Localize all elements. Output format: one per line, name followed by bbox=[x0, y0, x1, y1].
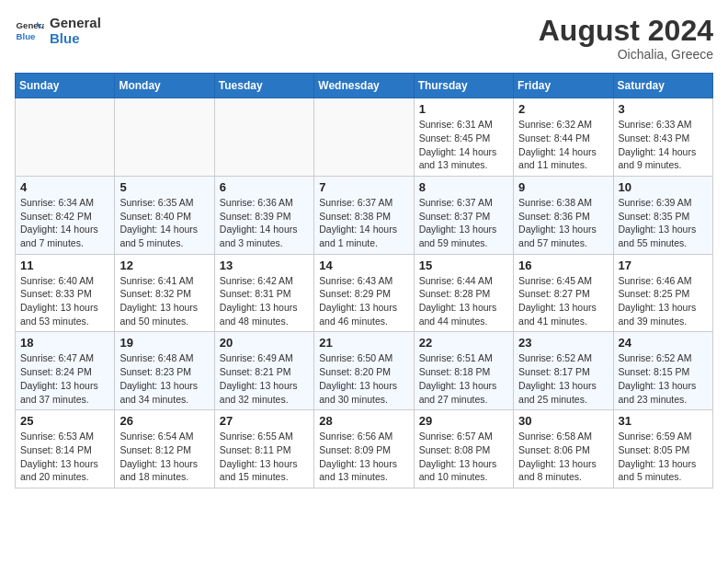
day-info: Sunrise: 6:36 AM Sunset: 8:39 PM Dayligh… bbox=[220, 196, 309, 250]
day-number: 8 bbox=[419, 180, 508, 194]
svg-text:Blue: Blue bbox=[17, 31, 36, 41]
day-cell bbox=[115, 98, 214, 177]
page-header: General Blue General Blue August 2024 Oi… bbox=[15, 15, 713, 62]
day-cell: 23Sunrise: 6:52 AM Sunset: 8:17 PM Dayli… bbox=[514, 332, 613, 410]
week-row-4: 18Sunrise: 6:47 AM Sunset: 8:24 PM Dayli… bbox=[16, 332, 713, 410]
day-cell: 11Sunrise: 6:40 AM Sunset: 8:33 PM Dayli… bbox=[16, 254, 115, 332]
title-block: August 2024 Oichalia, Greece bbox=[539, 15, 713, 62]
day-number: 16 bbox=[518, 259, 608, 272]
week-row-1: 1Sunrise: 6:31 AM Sunset: 8:45 PM Daylig… bbox=[16, 98, 713, 177]
day-info: Sunrise: 6:39 AM Sunset: 8:35 PM Dayligh… bbox=[619, 196, 708, 250]
calendar-table: SundayMondayTuesdayWednesdayThursdayFrid… bbox=[15, 73, 713, 488]
day-number: 30 bbox=[518, 414, 608, 428]
header-sunday: Sunday bbox=[16, 74, 115, 98]
day-cell: 2Sunrise: 6:32 AM Sunset: 8:44 PM Daylig… bbox=[514, 98, 613, 177]
day-cell: 15Sunrise: 6:44 AM Sunset: 8:28 PM Dayli… bbox=[414, 254, 513, 332]
day-cell: 16Sunrise: 6:45 AM Sunset: 8:27 PM Dayli… bbox=[514, 254, 613, 332]
day-cell: 17Sunrise: 6:46 AM Sunset: 8:25 PM Dayli… bbox=[613, 254, 712, 332]
day-number: 17 bbox=[619, 259, 708, 272]
header-friday: Friday bbox=[514, 74, 613, 98]
day-cell: 25Sunrise: 6:53 AM Sunset: 8:14 PM Dayli… bbox=[16, 410, 115, 488]
day-number: 2 bbox=[518, 102, 608, 116]
day-cell: 12Sunrise: 6:41 AM Sunset: 8:32 PM Dayli… bbox=[115, 254, 214, 332]
day-number: 14 bbox=[319, 259, 408, 272]
day-number: 7 bbox=[319, 180, 408, 194]
day-number: 25 bbox=[20, 414, 109, 428]
day-cell bbox=[314, 98, 414, 177]
day-cell: 29Sunrise: 6:57 AM Sunset: 8:08 PM Dayli… bbox=[414, 410, 513, 488]
header-tuesday: Tuesday bbox=[214, 74, 313, 98]
day-cell: 1Sunrise: 6:31 AM Sunset: 8:45 PM Daylig… bbox=[414, 98, 513, 177]
day-cell: 24Sunrise: 6:52 AM Sunset: 8:15 PM Dayli… bbox=[613, 332, 712, 410]
logo-blue: Blue bbox=[50, 30, 101, 46]
day-number: 18 bbox=[20, 336, 109, 350]
day-info: Sunrise: 6:57 AM Sunset: 8:08 PM Dayligh… bbox=[419, 430, 508, 484]
day-info: Sunrise: 6:53 AM Sunset: 8:14 PM Dayligh… bbox=[20, 430, 109, 484]
week-row-3: 11Sunrise: 6:40 AM Sunset: 8:33 PM Dayli… bbox=[16, 254, 713, 332]
day-info: Sunrise: 6:48 AM Sunset: 8:23 PM Dayligh… bbox=[119, 351, 209, 406]
day-cell bbox=[214, 98, 313, 177]
day-number: 20 bbox=[220, 336, 309, 350]
logo-general: General bbox=[50, 15, 101, 30]
day-cell: 18Sunrise: 6:47 AM Sunset: 8:24 PM Dayli… bbox=[16, 332, 115, 410]
day-info: Sunrise: 6:33 AM Sunset: 8:43 PM Dayligh… bbox=[619, 118, 708, 172]
day-info: Sunrise: 6:41 AM Sunset: 8:32 PM Dayligh… bbox=[119, 274, 209, 328]
day-cell: 31Sunrise: 6:59 AM Sunset: 8:05 PM Dayli… bbox=[613, 410, 712, 488]
day-info: Sunrise: 6:40 AM Sunset: 8:33 PM Dayligh… bbox=[20, 274, 109, 328]
header-wednesday: Wednesday bbox=[314, 74, 414, 98]
day-number: 4 bbox=[20, 180, 109, 194]
header-saturday: Saturday bbox=[613, 74, 712, 98]
day-cell: 3Sunrise: 6:33 AM Sunset: 8:43 PM Daylig… bbox=[613, 98, 712, 177]
day-number: 26 bbox=[119, 414, 209, 428]
day-info: Sunrise: 6:38 AM Sunset: 8:36 PM Dayligh… bbox=[518, 196, 608, 250]
day-number: 21 bbox=[319, 336, 408, 350]
day-number: 5 bbox=[119, 180, 209, 194]
day-info: Sunrise: 6:47 AM Sunset: 8:24 PM Dayligh… bbox=[20, 351, 109, 406]
day-number: 29 bbox=[419, 414, 508, 428]
day-number: 19 bbox=[119, 336, 209, 350]
month-title: August 2024 bbox=[539, 15, 713, 47]
location-subtitle: Oichalia, Greece bbox=[539, 47, 713, 62]
day-number: 28 bbox=[319, 414, 408, 428]
day-number: 13 bbox=[220, 259, 309, 272]
day-cell: 7Sunrise: 6:37 AM Sunset: 8:38 PM Daylig… bbox=[314, 176, 414, 254]
day-info: Sunrise: 6:56 AM Sunset: 8:09 PM Dayligh… bbox=[319, 430, 408, 484]
day-number: 27 bbox=[220, 414, 309, 428]
day-number: 11 bbox=[20, 259, 109, 272]
header-monday: Monday bbox=[115, 74, 214, 98]
day-cell: 6Sunrise: 6:36 AM Sunset: 8:39 PM Daylig… bbox=[214, 176, 313, 254]
day-cell: 14Sunrise: 6:43 AM Sunset: 8:29 PM Dayli… bbox=[314, 254, 414, 332]
day-info: Sunrise: 6:34 AM Sunset: 8:42 PM Dayligh… bbox=[20, 196, 109, 250]
day-number: 12 bbox=[119, 259, 209, 272]
week-row-2: 4Sunrise: 6:34 AM Sunset: 8:42 PM Daylig… bbox=[16, 176, 713, 254]
header-thursday: Thursday bbox=[414, 74, 513, 98]
day-cell: 5Sunrise: 6:35 AM Sunset: 8:40 PM Daylig… bbox=[115, 176, 214, 254]
day-info: Sunrise: 6:54 AM Sunset: 8:12 PM Dayligh… bbox=[119, 430, 209, 484]
day-cell: 22Sunrise: 6:51 AM Sunset: 8:18 PM Dayli… bbox=[414, 332, 513, 410]
day-info: Sunrise: 6:44 AM Sunset: 8:28 PM Dayligh… bbox=[419, 274, 508, 328]
day-number: 31 bbox=[619, 414, 708, 428]
day-cell: 21Sunrise: 6:50 AM Sunset: 8:20 PM Dayli… bbox=[314, 332, 414, 410]
day-info: Sunrise: 6:55 AM Sunset: 8:11 PM Dayligh… bbox=[220, 430, 309, 484]
day-info: Sunrise: 6:49 AM Sunset: 8:21 PM Dayligh… bbox=[220, 351, 309, 406]
day-number: 10 bbox=[619, 180, 708, 194]
day-info: Sunrise: 6:51 AM Sunset: 8:18 PM Dayligh… bbox=[419, 351, 508, 406]
day-info: Sunrise: 6:42 AM Sunset: 8:31 PM Dayligh… bbox=[220, 274, 309, 328]
day-info: Sunrise: 6:52 AM Sunset: 8:15 PM Dayligh… bbox=[619, 351, 708, 406]
day-cell: 10Sunrise: 6:39 AM Sunset: 8:35 PM Dayli… bbox=[613, 176, 712, 254]
day-cell: 8Sunrise: 6:37 AM Sunset: 8:37 PM Daylig… bbox=[414, 176, 513, 254]
day-number: 1 bbox=[419, 102, 508, 116]
day-cell: 19Sunrise: 6:48 AM Sunset: 8:23 PM Dayli… bbox=[115, 332, 214, 410]
day-info: Sunrise: 6:35 AM Sunset: 8:40 PM Dayligh… bbox=[119, 196, 209, 250]
logo-icon: General Blue bbox=[15, 16, 44, 45]
day-cell: 27Sunrise: 6:55 AM Sunset: 8:11 PM Dayli… bbox=[214, 410, 313, 488]
week-row-5: 25Sunrise: 6:53 AM Sunset: 8:14 PM Dayli… bbox=[16, 410, 713, 488]
day-cell: 28Sunrise: 6:56 AM Sunset: 8:09 PM Dayli… bbox=[314, 410, 414, 488]
day-info: Sunrise: 6:59 AM Sunset: 8:05 PM Dayligh… bbox=[619, 430, 708, 484]
day-cell bbox=[16, 98, 115, 177]
day-number: 24 bbox=[619, 336, 708, 350]
day-info: Sunrise: 6:50 AM Sunset: 8:20 PM Dayligh… bbox=[319, 351, 408, 406]
day-number: 22 bbox=[419, 336, 508, 350]
calendar-header-row: SundayMondayTuesdayWednesdayThursdayFrid… bbox=[16, 74, 713, 98]
day-number: 6 bbox=[220, 180, 309, 194]
